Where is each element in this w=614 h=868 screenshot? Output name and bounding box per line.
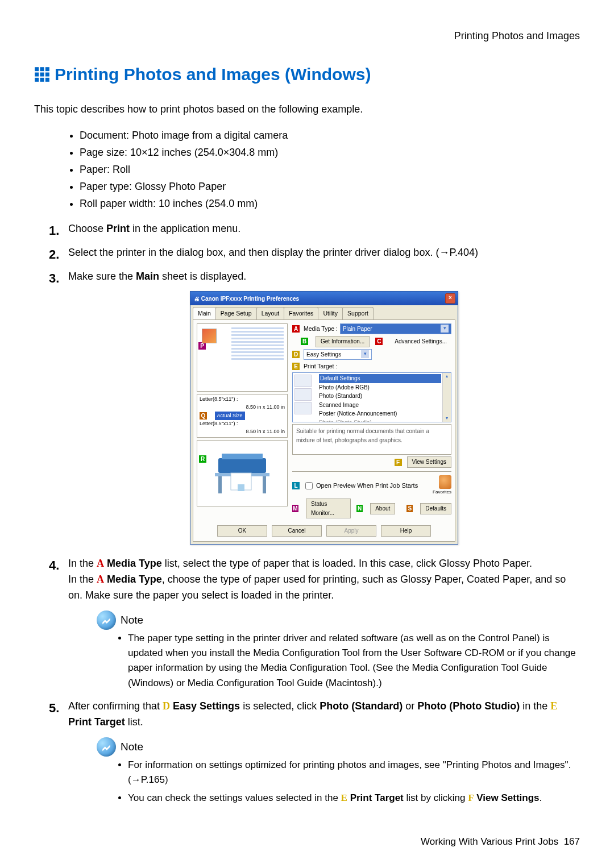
step-2: 2. Select the printer in the dialog box,… xyxy=(34,245,580,261)
easy-settings-combo[interactable]: Easy Settings▾ xyxy=(304,349,372,360)
svg-rect-6 xyxy=(35,78,39,82)
spec-list: Document: Photo image from a digital cam… xyxy=(34,128,580,211)
tab-main[interactable]: Main xyxy=(193,307,216,319)
media-type-combo[interactable]: Plain Paper▾ xyxy=(340,323,451,335)
marker-b: B xyxy=(301,338,308,345)
help-button[interactable]: Help xyxy=(381,525,431,537)
svg-rect-13 xyxy=(263,476,266,493)
target-option[interactable]: Default Settings xyxy=(319,374,441,383)
marker-d: D xyxy=(292,351,300,358)
svg-rect-1 xyxy=(40,67,44,71)
target-description: Suitable for printing normal documents t… xyxy=(292,424,451,455)
step-number: 1. xyxy=(49,221,59,240)
step-keyword: Easy Settings xyxy=(170,700,240,712)
step-number: 2. xyxy=(49,245,59,264)
defaults-button[interactable]: Defaults xyxy=(420,503,451,514)
note-item: The paper type setting in the printer dr… xyxy=(128,631,580,691)
breadcrumb: Printing Photos and Images xyxy=(34,28,580,44)
step-keyword: Main xyxy=(136,271,159,282)
target-option[interactable]: Photo (Photo Studio) xyxy=(319,418,441,423)
step-text: After confirming that xyxy=(68,700,163,712)
step-text: in the xyxy=(520,700,550,712)
target-option[interactable]: Photo (Standard) xyxy=(319,392,441,401)
step-text: list. xyxy=(125,716,143,728)
grid-icon xyxy=(34,67,50,82)
svg-rect-4 xyxy=(40,73,44,77)
view-settings-button[interactable]: View Settings xyxy=(407,456,451,468)
step-keyword: Print Target xyxy=(68,716,125,728)
page-title: Printing Photos and Images (Windows) xyxy=(34,61,580,88)
ok-button[interactable]: OK xyxy=(217,525,267,537)
list-item: Roll paper width: 10 inches (254.0 mm) xyxy=(80,196,580,212)
svg-rect-2 xyxy=(45,67,49,71)
letter-f-ref: F xyxy=(468,792,474,803)
close-icon[interactable]: × xyxy=(445,293,455,304)
step-keyword: Media Type xyxy=(104,558,162,569)
print-target-label: Print Target : xyxy=(304,362,337,371)
note-block: Note The paper type setting in the print… xyxy=(97,610,580,691)
favorites-icon[interactable] xyxy=(439,475,451,489)
marker-n: N xyxy=(356,505,363,512)
svg-rect-15 xyxy=(238,484,244,491)
print-target-list[interactable]: Default Settings Photo (Adobe RGB) Photo… xyxy=(292,372,451,422)
open-preview-label: Open Preview When Print Job Starts xyxy=(316,481,418,491)
letter-d-ref: D xyxy=(163,700,170,712)
about-button[interactable]: About xyxy=(370,503,395,514)
svg-rect-3 xyxy=(35,73,39,77)
step-text: Make sure the xyxy=(68,271,136,282)
step-keyword: Photo (Photo Studio) xyxy=(417,700,520,712)
note-title: Note xyxy=(121,612,143,628)
actual-size-label: Actual Size xyxy=(215,412,245,421)
note-title: Note xyxy=(121,738,143,755)
step-text: In the xyxy=(68,574,97,585)
tab-support[interactable]: Support xyxy=(342,307,374,319)
marker-c: C xyxy=(375,338,383,345)
svg-rect-12 xyxy=(218,476,222,493)
target-option[interactable]: Poster (Notice-Announcement) xyxy=(319,409,441,418)
scroll-up-icon[interactable]: ▴ xyxy=(446,373,448,380)
note-icon xyxy=(97,737,116,757)
step-keyword: Photo (Standard) xyxy=(320,700,403,712)
note-item: For information on settings optimized fo… xyxy=(128,758,580,788)
open-preview-checkbox[interactable] xyxy=(305,482,313,489)
target-option[interactable]: Scanned Image xyxy=(319,401,441,410)
favorites-label: Favorites xyxy=(433,489,451,496)
tab-page-setup[interactable]: Page Setup xyxy=(215,307,257,319)
step-4: 4. In the A Media Type list, select the … xyxy=(34,556,580,691)
printer-preview: R xyxy=(197,440,288,506)
step-text: list, select the type of paper that is l… xyxy=(162,558,532,569)
step-text: Select the printer in the dialog box, an… xyxy=(68,247,478,258)
tab-utility[interactable]: Utility xyxy=(318,307,343,319)
tab-layout[interactable]: Layout xyxy=(256,307,285,319)
letter-e-ref: E xyxy=(341,792,347,803)
step-3: 3. Make sure the Main sheet is displayed… xyxy=(34,269,580,545)
step-text: In the xyxy=(68,558,97,569)
tab-favorites[interactable]: Favorites xyxy=(284,307,318,319)
intro-text: This topic describes how to print photos… xyxy=(34,102,580,118)
apply-button[interactable]: Apply xyxy=(326,525,376,537)
target-option[interactable]: Photo (Adobe RGB) xyxy=(319,383,441,392)
page-size-info: Letter(8.5"x11") : 8.50 in x 11.00 in Q … xyxy=(197,394,288,438)
scroll-down-icon[interactable]: ▾ xyxy=(446,415,448,422)
marker-m: M xyxy=(292,505,298,512)
letter-a-ref: A xyxy=(97,558,104,569)
step-number: 4. xyxy=(49,556,59,575)
step-text: or xyxy=(403,700,417,712)
get-information-button[interactable]: Get Information... xyxy=(316,336,370,347)
list-item: Page size: 10×12 inches (254.0×304.8 mm) xyxy=(80,145,580,161)
list-item: Paper: Roll xyxy=(80,162,580,178)
marker-a: A xyxy=(292,325,300,333)
status-monitor-button[interactable]: Status Monitor... xyxy=(306,499,351,518)
marker-r: R xyxy=(199,455,206,463)
step-5: 5. After confirming that D Easy Settings… xyxy=(34,699,580,806)
marker-e: E xyxy=(292,363,300,370)
media-type-label: Media Type : xyxy=(304,324,338,333)
note-block: Note For information on settings optimiz… xyxy=(97,737,580,806)
list-item: Document: Photo image from a digital cam… xyxy=(80,128,580,144)
svg-rect-5 xyxy=(45,73,49,77)
marker-f: F xyxy=(395,459,402,466)
cancel-button[interactable]: Cancel xyxy=(272,525,322,537)
letter-e-ref: E xyxy=(550,700,557,712)
advanced-settings-link[interactable]: Advanced Settings... xyxy=(390,337,451,347)
dialog-title: Canon iPFxxxx Printing Preferences xyxy=(201,296,299,302)
